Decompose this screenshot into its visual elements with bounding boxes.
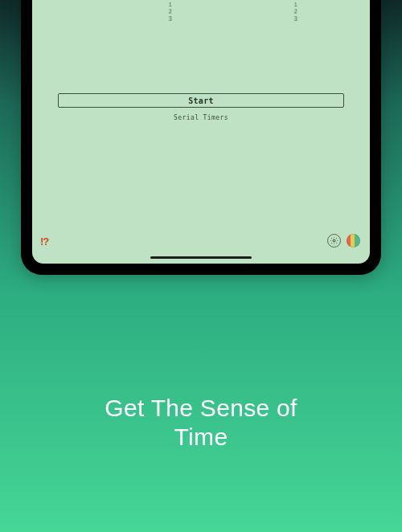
gear-icon[interactable] [327, 234, 341, 248]
start-button[interactable]: Start [58, 93, 344, 108]
help-icon[interactable]: !? [40, 235, 48, 248]
picker-tick: 2 [160, 8, 181, 15]
picker-tick: 3 [285, 15, 307, 23]
picker-tick: 2 [285, 8, 306, 15]
time-picker-left[interactable]: 26 28 29 30 1 2 3 [160, 0, 182, 23]
picker-tick: 3 [160, 15, 182, 23]
serial-timers-link[interactable]: Serial Timers [32, 114, 370, 121]
time-picker-right[interactable]: 26 28 29 30 1 2 3 [285, 0, 307, 23]
headline-line-2: Time [174, 424, 228, 450]
promo-stage: 26 28 29 30 1 2 3 26 28 29 30 1 2 3 Star… [0, 0, 402, 532]
picker-tick: 1 [285, 2, 306, 8]
tablet-screen: 26 28 29 30 1 2 3 26 28 29 30 1 2 3 Star… [32, 0, 370, 264]
headline-line-1: Get The Sense of [105, 395, 297, 421]
theme-icon[interactable] [347, 234, 360, 248]
home-indicator [150, 256, 252, 259]
picker-tick: 1 [160, 2, 180, 8]
tablet-frame: 26 28 29 30 1 2 3 26 28 29 30 1 2 3 Star… [21, 0, 381, 275]
headline: Get The Sense of Time [0, 394, 402, 452]
svg-point-0 [333, 239, 335, 242]
